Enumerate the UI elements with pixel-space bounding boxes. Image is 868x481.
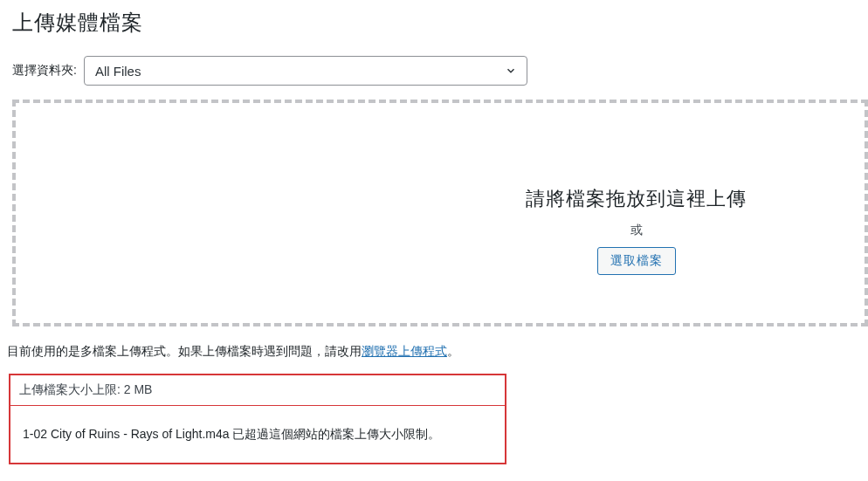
folder-selector-row: 選擇資料夾: All Files (12, 56, 859, 86)
chevron-down-icon (504, 64, 518, 78)
folder-select[interactable]: All Files (84, 56, 527, 86)
upload-limit-label: 上傳檔案大小上限: 2 MB (10, 375, 505, 406)
uploader-note: 目前使用的是多檔案上傳程式。如果上傳檔案時遇到問題，請改用瀏覽器上傳程式。 (7, 344, 859, 360)
upload-dropzone[interactable]: 請將檔案拖放到這裡上傳 或 選取檔案 (12, 100, 868, 326)
uploader-note-prefix: 目前使用的是多檔案上傳程式。如果上傳檔案時遇到問題，請改用 (7, 344, 362, 358)
dropzone-title: 請將檔案拖放到這裡上傳 (526, 186, 747, 212)
browser-uploader-link[interactable]: 瀏覽器上傳程式 (362, 344, 447, 358)
error-text: 已超過這個網站的檔案上傳大小限制。 (230, 427, 441, 441)
select-files-button[interactable]: 選取檔案 (597, 247, 676, 275)
folder-selected-value: All Files (95, 64, 141, 79)
upload-error-box: 上傳檔案大小上限: 2 MB 1-02 City of Ruins - Rays… (9, 374, 506, 464)
page-title: 上傳媒體檔案 (12, 9, 859, 37)
upload-error-message: 1-02 City of Ruins - Rays of Light.m4a 已… (10, 406, 505, 463)
dropzone-or: 或 (526, 223, 747, 238)
error-filename: 1-02 City of Ruins - Rays of Light.m4a (23, 427, 230, 441)
folder-label: 選擇資料夾: (12, 63, 77, 79)
uploader-note-suffix: 。 (447, 344, 459, 358)
